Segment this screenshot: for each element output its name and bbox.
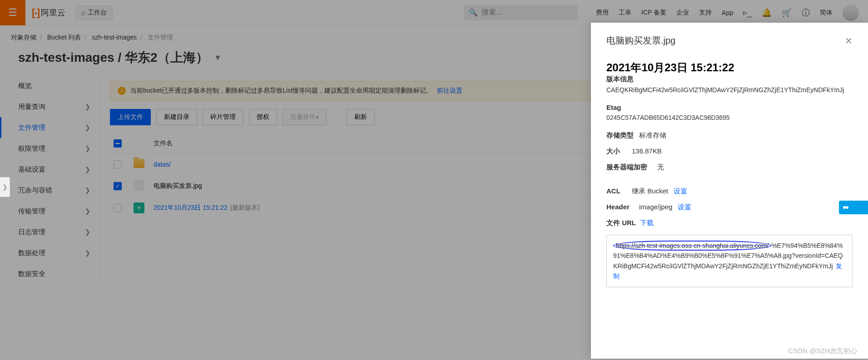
- file-name[interactable]: 2021年10月23日 15:21:22: [154, 204, 228, 211]
- top-bar: ☰ [-] 阿里云 ⌂ 工作台 🔍 搜索... 费用 工单 ICP 备案 企业 …: [0, 0, 868, 25]
- sidebar-item-label: 概览: [18, 82, 32, 90]
- chevron-down-icon: ▾: [316, 113, 319, 121]
- row-checkbox[interactable]: [114, 204, 122, 212]
- sidebar-item-label: 日志管理: [18, 228, 45, 237]
- sidebar-item-label: 用量查询: [18, 103, 45, 111]
- sidebar-item-usage[interactable]: 用量查询❯: [0, 96, 100, 117]
- bc-oss[interactable]: 对象存储: [11, 34, 36, 41]
- nav-fee[interactable]: 费用: [596, 9, 609, 17]
- float-widget[interactable]: [839, 201, 868, 214]
- nav-icp[interactable]: ICP 备案: [641, 9, 666, 17]
- refresh-button[interactable]: 刷新: [347, 109, 375, 125]
- acl-settings-link[interactable]: 设置: [674, 187, 687, 195]
- sidebar-item-datasec[interactable]: 数据安全: [0, 263, 100, 284]
- nav-app[interactable]: App: [722, 9, 733, 16]
- sidebar-item-basic[interactable]: 基础设置❯: [0, 159, 100, 180]
- sidebar-item-permission[interactable]: 权限管理❯: [0, 138, 100, 159]
- fragment-button[interactable]: 碎片管理: [203, 109, 243, 125]
- sidebar-item-label: 基础设置: [18, 165, 45, 174]
- size-value: 136.87KB: [632, 147, 662, 155]
- chevron-right-icon: ❯: [85, 103, 90, 110]
- bc-bucket-list[interactable]: Bucket 列表: [47, 34, 81, 41]
- select-all-checkbox[interactable]: [114, 139, 122, 148]
- cloud-icon: [842, 203, 850, 212]
- folder-icon: [134, 159, 144, 168]
- acl-value: 继承 Bucket: [632, 187, 668, 195]
- hamburger-menu[interactable]: ☰: [0, 0, 25, 25]
- size-label: 大小: [606, 147, 626, 156]
- help-icon[interactable]: ⓘ: [802, 7, 810, 18]
- url-host: https://szh-test-images.oss-cn-shanghai.…: [613, 241, 771, 251]
- chevron-right-icon: ❯: [85, 187, 90, 194]
- sidebar-item-transfer[interactable]: 传输管理❯: [0, 201, 100, 222]
- close-icon[interactable]: ✕: [845, 35, 853, 46]
- version-label: 版本信息: [606, 75, 853, 84]
- sidebar-item-label: 数据安全: [18, 270, 45, 278]
- lang-switch[interactable]: 简体: [820, 9, 833, 17]
- search-placeholder: 搜索...: [481, 8, 502, 17]
- svg-point-0: [843, 206, 846, 209]
- drawer-timestamp: 2021年10月23日 15:21:22: [606, 60, 853, 75]
- workspace-button[interactable]: ⌂ 工作台: [75, 5, 113, 20]
- sidebar-item-log[interactable]: 日志管理❯: [0, 222, 100, 242]
- row-checkbox[interactable]: ✓: [114, 182, 122, 190]
- svg-point-1: [846, 206, 848, 209]
- row-checkbox[interactable]: [114, 160, 122, 168]
- sidebar-item-label: 权限管理: [18, 144, 45, 153]
- bc-current: 文件管理: [148, 34, 173, 41]
- file-name[interactable]: 电脑购买发票.jpg: [154, 182, 202, 189]
- watermark: CSDN @SZH勿忘初心: [788, 347, 857, 355]
- sidebar-item-overview[interactable]: 概览: [0, 75, 100, 96]
- etag-value: 0245C57A7ADB65D6142C3D3AC98D3695: [606, 114, 853, 121]
- chevron-down-icon[interactable]: ▼: [214, 53, 222, 63]
- nav-support[interactable]: 支持: [699, 9, 712, 17]
- notice-link[interactable]: 前往设置: [437, 87, 462, 95]
- logo-mark-icon: [-]: [32, 7, 39, 19]
- chevron-right-icon: ❯: [85, 166, 90, 173]
- bc-bucket[interactable]: szh-test-images: [92, 34, 137, 41]
- sidebar: 概览 用量查询❯ 文件管理❯ 权限管理❯ 基础设置❯ 冗余与容错❯ 传输管理❯ …: [0, 75, 101, 284]
- chevron-right-icon: ❯: [85, 145, 90, 152]
- encrypt-label: 服务器端加密: [606, 163, 652, 172]
- search-icon: 🔍: [469, 8, 478, 17]
- chevron-right-icon: ❯: [85, 228, 90, 236]
- chevron-right-icon: ❯: [85, 124, 90, 131]
- nav-enterprise[interactable]: 企业: [676, 9, 689, 17]
- cart-icon[interactable]: 🛒: [782, 8, 792, 18]
- storage-value: 标准存储: [639, 131, 666, 139]
- notice-text: 当前bucket已开通过多版本控制，删除标记过多易导致List慢等问题，建议配置…: [130, 87, 432, 95]
- version-tag: (最新版本): [230, 204, 260, 211]
- auth-button[interactable]: 授权: [249, 109, 277, 125]
- chevron-right-icon: ❯: [85, 249, 90, 256]
- etag-label: Etag: [606, 104, 853, 111]
- sidebar-item-files[interactable]: 文件管理❯: [0, 117, 100, 138]
- warning-icon: !: [118, 87, 126, 95]
- upload-button[interactable]: 上传文件: [110, 109, 151, 125]
- version-value: CAEQKRiBgMCFi42w5RciIGVlZThjMDAwY2FjZjRm…: [606, 86, 853, 94]
- sidebar-item-redundancy[interactable]: 冗余与容错❯: [0, 180, 100, 201]
- header-value: image/jpeg: [639, 203, 672, 211]
- sidebar-item-label: 文件管理: [18, 123, 45, 132]
- header-label: Header: [606, 203, 634, 211]
- sidebar-item-label: 数据处理: [18, 249, 45, 257]
- search-input[interactable]: 🔍 搜索...: [464, 5, 578, 20]
- file-icon: [134, 180, 144, 191]
- acl-label: ACL: [606, 187, 626, 195]
- url-box[interactable]: https://szh-test-images.oss-cn-shanghai.…: [606, 235, 853, 287]
- bell-icon[interactable]: 🔔: [762, 8, 772, 18]
- download-link[interactable]: 下载: [640, 219, 654, 227]
- top-nav-links: 费用 工单 ICP 备案 企业 支持 App ▹_ 🔔 🛒 ⓘ 简体: [596, 5, 868, 21]
- mkdir-button[interactable]: 新建目录: [156, 109, 197, 125]
- sidebar-item-label: 传输管理: [18, 207, 45, 216]
- collapse-handle[interactable]: ❯: [0, 177, 10, 197]
- nav-ticket[interactable]: 工单: [619, 9, 631, 17]
- storage-label: 存储类型: [606, 131, 634, 140]
- file-name[interactable]: datas/: [154, 161, 171, 168]
- image-icon: ☀: [134, 202, 144, 213]
- drawer-title: 电脑购买发票.jpg: [606, 35, 675, 47]
- sidebar-item-dataproc[interactable]: 数据处理❯: [0, 242, 100, 263]
- avatar[interactable]: [843, 5, 859, 21]
- logo[interactable]: [-] 阿里云: [32, 7, 65, 19]
- terminal-icon[interactable]: ▹_: [743, 8, 752, 18]
- header-settings-link[interactable]: 设置: [678, 203, 691, 211]
